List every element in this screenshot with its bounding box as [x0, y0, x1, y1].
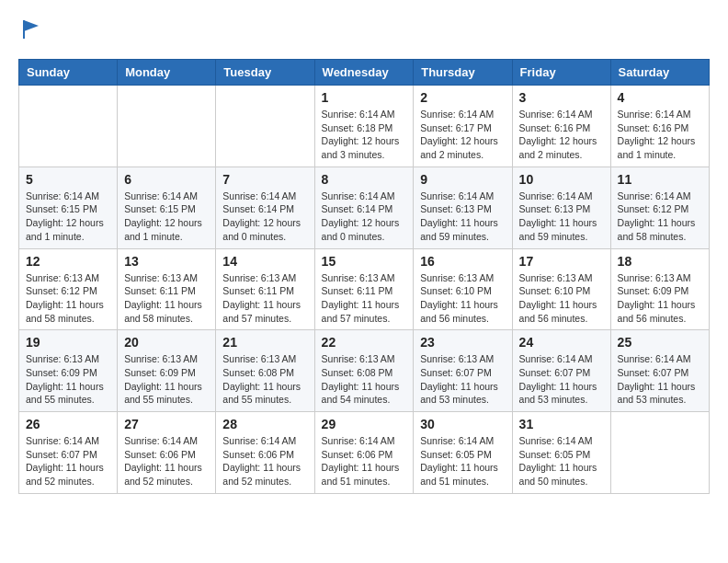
cell-day-number: 29: [322, 417, 407, 431]
cell-info-text: Sunrise: 6:13 AMSunset: 6:11 PMDaylight:…: [222, 271, 307, 326]
calendar-cell: 6Sunrise: 6:14 AMSunset: 6:15 PMDaylight…: [118, 167, 216, 248]
logo: [18, 18, 42, 44]
cell-day-number: 27: [124, 417, 209, 431]
cell-day-number: 23: [420, 335, 505, 350]
cell-info-text: Sunrise: 6:14 AMSunset: 6:16 PMDaylight:…: [519, 108, 604, 162]
calendar-cell: 25Sunrise: 6:14 AMSunset: 6:07 PMDayligh…: [610, 330, 709, 412]
day-header-monday: Monday: [118, 60, 216, 86]
calendar-cell: 8Sunrise: 6:14 AMSunset: 6:14 PMDaylight…: [314, 167, 414, 248]
calendar-week-2: 5Sunrise: 6:14 AMSunset: 6:15 PMDaylight…: [19, 167, 710, 248]
cell-day-number: 9: [420, 172, 505, 187]
cell-day-number: 6: [124, 172, 209, 187]
calendar-cell: 17Sunrise: 6:13 AMSunset: 6:10 PMDayligh…: [512, 248, 610, 330]
cell-info-text: Sunrise: 6:13 AMSunset: 6:10 PMDaylight:…: [420, 271, 505, 326]
calendar-cell: 15Sunrise: 6:13 AMSunset: 6:11 PMDayligh…: [314, 248, 414, 330]
day-header-tuesday: Tuesday: [216, 60, 314, 86]
calendar-week-3: 12Sunrise: 6:13 AMSunset: 6:12 PMDayligh…: [19, 248, 710, 330]
cell-day-number: 16: [420, 254, 505, 269]
calendar-cell: 26Sunrise: 6:14 AMSunset: 6:07 PMDayligh…: [19, 412, 118, 494]
cell-info-text: Sunrise: 6:14 AMSunset: 6:17 PMDaylight:…: [420, 108, 505, 162]
cell-day-number: 5: [26, 172, 110, 187]
cell-info-text: Sunrise: 6:14 AMSunset: 6:13 PMDaylight:…: [519, 190, 604, 244]
cell-day-number: 26: [26, 417, 110, 431]
calendar-cell: 11Sunrise: 6:14 AMSunset: 6:12 PMDayligh…: [610, 167, 709, 248]
cell-info-text: Sunrise: 6:14 AMSunset: 6:05 PMDaylight:…: [519, 434, 604, 488]
calendar-cell: 27Sunrise: 6:14 AMSunset: 6:06 PMDayligh…: [118, 412, 216, 494]
calendar-table: SundayMondayTuesdayWednesdayThursdayFrid…: [18, 59, 710, 494]
calendar-cell: 23Sunrise: 6:13 AMSunset: 6:07 PMDayligh…: [414, 330, 512, 412]
cell-info-text: Sunrise: 6:13 AMSunset: 6:08 PMDaylight:…: [322, 352, 407, 407]
day-header-sunday: Sunday: [19, 60, 118, 86]
cell-info-text: Sunrise: 6:13 AMSunset: 6:09 PMDaylight:…: [124, 352, 209, 407]
calendar-cell: 5Sunrise: 6:14 AMSunset: 6:15 PMDaylight…: [19, 167, 118, 248]
cell-info-text: Sunrise: 6:14 AMSunset: 6:05 PMDaylight:…: [420, 434, 505, 488]
calendar-cell: [610, 412, 709, 494]
calendar-cell: 30Sunrise: 6:14 AMSunset: 6:05 PMDayligh…: [414, 412, 512, 494]
cell-day-number: 21: [222, 335, 307, 350]
cell-info-text: Sunrise: 6:14 AMSunset: 6:16 PMDaylight:…: [618, 108, 702, 162]
calendar-cell: 7Sunrise: 6:14 AMSunset: 6:14 PMDaylight…: [216, 167, 314, 248]
cell-day-number: 1: [322, 90, 407, 105]
cell-info-text: Sunrise: 6:14 AMSunset: 6:15 PMDaylight:…: [124, 190, 209, 244]
cell-day-number: 30: [420, 417, 505, 431]
calendar-cell: [216, 86, 314, 167]
cell-day-number: 12: [26, 254, 110, 269]
calendar-cell: 28Sunrise: 6:14 AMSunset: 6:06 PMDayligh…: [216, 412, 314, 494]
cell-info-text: Sunrise: 6:13 AMSunset: 6:12 PMDaylight:…: [26, 271, 110, 326]
cell-day-number: 3: [519, 90, 604, 105]
day-header-thursday: Thursday: [414, 60, 512, 86]
cell-info-text: Sunrise: 6:14 AMSunset: 6:18 PMDaylight:…: [322, 108, 407, 162]
cell-day-number: 31: [519, 417, 604, 431]
calendar-cell: 24Sunrise: 6:14 AMSunset: 6:07 PMDayligh…: [512, 330, 610, 412]
cell-info-text: Sunrise: 6:13 AMSunset: 6:09 PMDaylight:…: [26, 352, 110, 407]
cell-info-text: Sunrise: 6:13 AMSunset: 6:08 PMDaylight:…: [222, 352, 307, 407]
calendar-cell: 19Sunrise: 6:13 AMSunset: 6:09 PMDayligh…: [19, 330, 118, 412]
cell-info-text: Sunrise: 6:14 AMSunset: 6:07 PMDaylight:…: [26, 434, 110, 488]
calendar-cell: 2Sunrise: 6:14 AMSunset: 6:17 PMDaylight…: [414, 86, 512, 167]
calendar-cell: 9Sunrise: 6:14 AMSunset: 6:13 PMDaylight…: [414, 167, 512, 248]
logo-flag-icon: [20, 18, 42, 40]
calendar-cell: 16Sunrise: 6:13 AMSunset: 6:10 PMDayligh…: [414, 248, 512, 330]
calendar-week-4: 19Sunrise: 6:13 AMSunset: 6:09 PMDayligh…: [19, 330, 710, 412]
cell-info-text: Sunrise: 6:13 AMSunset: 6:07 PMDaylight:…: [420, 352, 505, 407]
cell-day-number: 15: [322, 254, 407, 269]
cell-day-number: 4: [618, 90, 702, 105]
cell-info-text: Sunrise: 6:14 AMSunset: 6:06 PMDaylight:…: [322, 434, 407, 488]
cell-info-text: Sunrise: 6:13 AMSunset: 6:11 PMDaylight:…: [322, 271, 407, 326]
day-header-wednesday: Wednesday: [314, 60, 414, 86]
cell-day-number: 24: [519, 335, 604, 350]
cell-info-text: Sunrise: 6:14 AMSunset: 6:14 PMDaylight:…: [222, 190, 307, 244]
calendar-cell: 10Sunrise: 6:14 AMSunset: 6:13 PMDayligh…: [512, 167, 610, 248]
calendar-cell: 12Sunrise: 6:13 AMSunset: 6:12 PMDayligh…: [19, 248, 118, 330]
svg-marker-0: [24, 20, 39, 31]
cell-day-number: 7: [222, 172, 307, 187]
cell-info-text: Sunrise: 6:14 AMSunset: 6:15 PMDaylight:…: [26, 190, 110, 244]
day-header-saturday: Saturday: [610, 60, 709, 86]
cell-info-text: Sunrise: 6:13 AMSunset: 6:11 PMDaylight:…: [124, 271, 209, 326]
calendar-header: SundayMondayTuesdayWednesdayThursdayFrid…: [19, 60, 710, 86]
cell-day-number: 8: [322, 172, 407, 187]
cell-info-text: Sunrise: 6:14 AMSunset: 6:07 PMDaylight:…: [519, 352, 604, 407]
calendar-cell: 13Sunrise: 6:13 AMSunset: 6:11 PMDayligh…: [118, 248, 216, 330]
cell-day-number: 2: [420, 90, 505, 105]
page-header: [18, 18, 710, 44]
cell-day-number: 14: [222, 254, 307, 269]
calendar-cell: 22Sunrise: 6:13 AMSunset: 6:08 PMDayligh…: [314, 330, 414, 412]
calendar-cell: 4Sunrise: 6:14 AMSunset: 6:16 PMDaylight…: [610, 86, 709, 167]
cell-info-text: Sunrise: 6:14 AMSunset: 6:07 PMDaylight:…: [618, 352, 702, 407]
day-header-friday: Friday: [512, 60, 610, 86]
cell-day-number: 28: [222, 417, 307, 431]
cell-day-number: 25: [618, 335, 702, 350]
calendar-week-5: 26Sunrise: 6:14 AMSunset: 6:07 PMDayligh…: [19, 412, 710, 494]
cell-day-number: 18: [618, 254, 702, 269]
calendar-cell: 29Sunrise: 6:14 AMSunset: 6:06 PMDayligh…: [314, 412, 414, 494]
cell-info-text: Sunrise: 6:14 AMSunset: 6:12 PMDaylight:…: [618, 190, 702, 244]
cell-info-text: Sunrise: 6:13 AMSunset: 6:09 PMDaylight:…: [618, 271, 702, 326]
cell-info-text: Sunrise: 6:13 AMSunset: 6:10 PMDaylight:…: [519, 271, 604, 326]
calendar-cell: [19, 86, 118, 167]
calendar-cell: [118, 86, 216, 167]
cell-day-number: 10: [519, 172, 604, 187]
calendar-cell: 14Sunrise: 6:13 AMSunset: 6:11 PMDayligh…: [216, 248, 314, 330]
cell-day-number: 19: [26, 335, 110, 350]
cell-day-number: 20: [124, 335, 209, 350]
